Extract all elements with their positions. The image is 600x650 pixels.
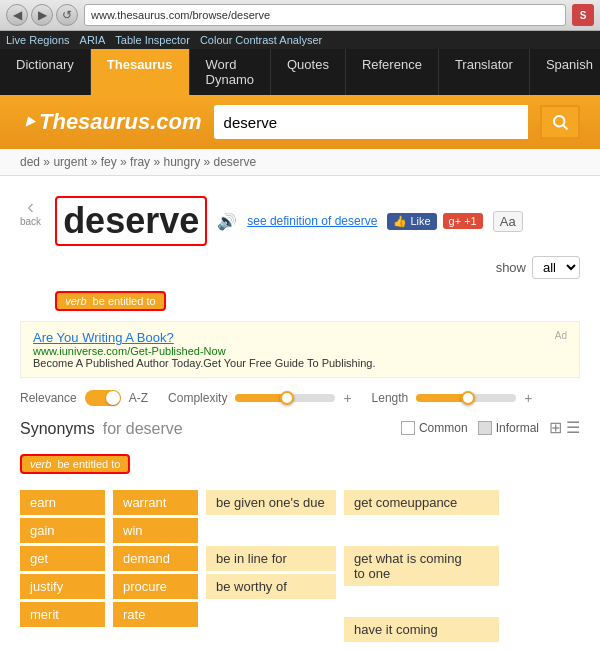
synonym-empty-2 — [206, 602, 336, 627]
common-toggle-label[interactable]: Common — [401, 421, 468, 435]
back-label: back — [20, 216, 41, 227]
pos-text: be entitled to — [93, 295, 156, 307]
synonyms-section: Common Informal ⊞ ☰ Synonyms for deserve… — [20, 420, 580, 642]
facebook-like-button[interactable]: 👍 Like — [387, 213, 436, 230]
ad-title-link[interactable]: Are You Writing A Book? — [33, 330, 174, 345]
synonym-empty-1 — [206, 518, 336, 543]
see-definition-link[interactable]: see definition of deserve — [247, 214, 377, 228]
complexity-label: Complexity — [168, 391, 227, 405]
synonyms-col-3: be given one's due be in line for be wor… — [206, 490, 336, 642]
complexity-plus: + — [343, 390, 351, 406]
toggle-thumb — [106, 391, 120, 405]
relevance-label: Relevance — [20, 391, 77, 405]
synonym-get[interactable]: get — [20, 546, 105, 571]
sliders-row: Relevance A-Z Complexity + Length + — [20, 390, 580, 406]
social-buttons: 👍 Like g+ +1 — [387, 213, 482, 230]
main-content: ‹ back deserve 🔊 see definition of deser… — [0, 176, 600, 650]
nav-spanish[interactable]: Spanish — [530, 49, 600, 95]
search-input[interactable] — [214, 105, 528, 139]
synonym-procure[interactable]: procure — [113, 574, 198, 599]
synonym-demand[interactable]: demand — [113, 546, 198, 571]
browser-chrome: ◀ ▶ ↺ S — [0, 0, 600, 31]
nav-menu: Dictionary Thesaurus Word Dynamo Quotes … — [0, 49, 600, 95]
informal-toggle-label[interactable]: Informal — [478, 421, 539, 435]
complexity-slider-group: Complexity + — [168, 390, 352, 406]
synonym-rate[interactable]: rate — [113, 602, 198, 627]
nav-translator[interactable]: Translator — [439, 49, 530, 95]
toolbar-colour-contrast[interactable]: Colour Contrast Analyser — [200, 34, 322, 46]
nav-dictionary[interactable]: Dictionary — [0, 49, 91, 95]
toolbar-table-inspector[interactable]: Table Inspector — [115, 34, 190, 46]
ad-area: Ad Are You Writing A Book? www.iuniverse… — [20, 321, 580, 378]
relevance-slider-group: Relevance A-Z — [20, 390, 148, 406]
sub-pos-text: be entitled to — [57, 458, 120, 470]
browser-toolbar: Live Regions ARIA Table Inspector Colour… — [0, 31, 600, 49]
word-title: deserve — [55, 196, 207, 246]
synonyms-col-2: warrant win demand procure rate — [113, 490, 198, 642]
back-button[interactable]: ‹ back — [20, 196, 41, 227]
common-checkbox[interactable] — [401, 421, 415, 435]
synonym-get-comeuppance[interactable]: get comeuppance — [344, 490, 499, 515]
synonyms-for-word: for deserve — [103, 420, 183, 438]
grid-view-icon[interactable]: ⊞ — [549, 418, 562, 437]
synonyms-col-1: earn gain get justify merit — [20, 490, 105, 642]
show-control: show all — [496, 256, 580, 279]
ad-label: Ad — [555, 330, 567, 341]
breadcrumb-current: deserve — [214, 155, 257, 169]
site-header: ‣ Thesaurus.com — [0, 95, 600, 149]
synonym-warrant[interactable]: warrant — [113, 490, 198, 515]
toolbar-live-regions[interactable]: Live Regions — [6, 34, 70, 46]
view-toggles: Common Informal ⊞ ☰ — [401, 418, 580, 437]
sound-icon[interactable]: 🔊 — [217, 212, 237, 231]
synonym-empty-4 — [344, 589, 499, 614]
synonym-justify[interactable]: justify — [20, 574, 105, 599]
synonyms-title: Synonyms for deserve — [20, 420, 401, 438]
pos-label: verb — [65, 295, 86, 307]
relevance-toggle[interactable] — [85, 390, 121, 406]
synonym-merit[interactable]: merit — [20, 602, 105, 627]
address-bar[interactable] — [84, 4, 566, 26]
length-label: Length — [372, 391, 409, 405]
nav-reference[interactable]: Reference — [346, 49, 439, 95]
length-plus: + — [524, 390, 532, 406]
synonym-be-given-due[interactable]: be given one's due — [206, 490, 336, 515]
toolbar-aria[interactable]: ARIA — [80, 34, 106, 46]
synonym-gain[interactable]: gain — [20, 518, 105, 543]
synonym-be-worthy[interactable]: be worthy of — [206, 574, 336, 599]
synonym-be-in-line[interactable]: be in line for — [206, 546, 336, 571]
word-header: deserve 🔊 see definition of deserve 👍 Li… — [55, 196, 580, 279]
nav-thesaurus[interactable]: Thesaurus — [91, 49, 190, 95]
search-button[interactable] — [540, 105, 580, 139]
breadcrumb: ded » urgent » fey » fray » hungry » des… — [0, 149, 600, 176]
nav-quotes[interactable]: Quotes — [271, 49, 346, 95]
ad-description: Become A Published Author Today.Get Your… — [33, 357, 567, 369]
show-select[interactable]: all — [532, 256, 580, 279]
extension-button[interactable]: S — [572, 4, 594, 26]
synonym-empty-3 — [344, 518, 499, 543]
nav-word-dynamo[interactable]: Word Dynamo — [190, 49, 271, 95]
length-slider[interactable] — [416, 394, 516, 402]
synonym-get-what-coming[interactable]: get what is comingto one — [344, 546, 499, 586]
ad-url: www.iuniverse.com/Get-Published-Now — [33, 345, 567, 357]
google-plus-button[interactable]: g+ +1 — [443, 213, 483, 229]
synonym-win[interactable]: win — [113, 518, 198, 543]
az-label: A-Z — [129, 391, 148, 405]
svg-line-1 — [563, 125, 567, 129]
font-size-button[interactable]: Aa — [493, 211, 523, 232]
back-button[interactable]: ◀ — [6, 4, 28, 26]
synonyms-sub-pos-badge: verb be entitled to — [20, 454, 130, 474]
sub-pos-label: verb — [30, 458, 51, 470]
back-area: ‹ back deserve 🔊 see definition of deser… — [20, 196, 580, 311]
list-view-icon[interactable]: ☰ — [566, 418, 580, 437]
refresh-button[interactable]: ↺ — [56, 4, 78, 26]
complexity-slider[interactable] — [235, 394, 335, 402]
forward-button[interactable]: ▶ — [31, 4, 53, 26]
informal-checkbox[interactable] — [478, 421, 492, 435]
length-slider-group: Length + — [372, 390, 533, 406]
pos-badge: verb be entitled to — [55, 291, 165, 311]
synonyms-words: earn gain get justify merit warrant win … — [20, 490, 580, 642]
synonym-have-it-coming[interactable]: have it coming — [344, 617, 499, 642]
show-label: show — [496, 260, 526, 275]
browser-nav-buttons: ◀ ▶ ↺ — [6, 4, 78, 26]
synonym-earn[interactable]: earn — [20, 490, 105, 515]
